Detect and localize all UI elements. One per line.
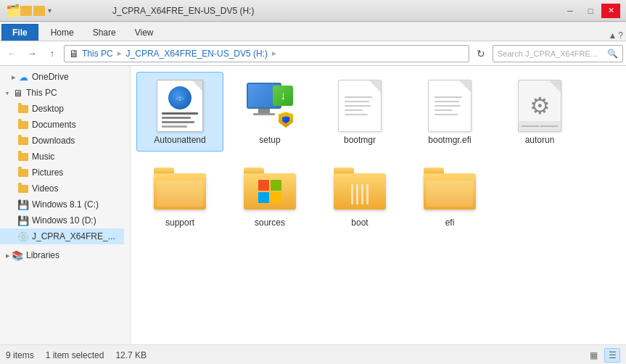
quick-access-new[interactable] [20, 6, 32, 16]
up-button[interactable]: ↑ [44, 45, 61, 62]
boot-line-3 [361, 184, 363, 204]
file-item-bootmgr[interactable]: bootmgr [316, 72, 403, 152]
window-controls: ─ □ ✕ [561, 4, 620, 18]
music-icon [17, 151, 29, 162]
autounattend-corner [192, 80, 202, 91]
sidebar-item-jcpra[interactable]: 💿 J_CPRA_X64FRE_... [0, 228, 124, 244]
sidebar-item-label-jcpra: J_CPRA_X64FRE_... [32, 231, 115, 241]
sources-folder-icon [244, 167, 296, 210]
tab-view[interactable]: View [125, 24, 163, 41]
file-label-bootmgr-efi: bootmgr.efi [428, 135, 471, 146]
sidebar-item-desktop[interactable]: Desktop [0, 101, 124, 117]
globe-icon [168, 86, 191, 109]
title-bar-left: 🗂️ ▾ J_CPRA_X64FRE_EN-US_DV5 (H:) [6, 5, 254, 17]
sidebar-item-label-onedrive: OneDrive [32, 72, 69, 82]
quick-access-icon[interactable]: 🗂️ [6, 5, 17, 17]
boot-line-2 [356, 184, 358, 204]
videos-icon [17, 183, 29, 194]
item-count: 9 items [6, 350, 34, 360]
sidebar-item-windows-c[interactable]: 💾 Windows 8.1 (C:) [0, 197, 124, 212]
autounattend-icon-area [141, 77, 218, 135]
sidebar-content: ☁ OneDrive 🖥 This PC Desktop [0, 66, 130, 266]
file-label-autounattend: Autounattend [154, 135, 205, 146]
autorun-file-icon: ⚙ [518, 80, 561, 132]
file-label-support: support [165, 218, 194, 229]
large-icon-view-btn[interactable]: ▦ [585, 348, 601, 363]
path-separator-1: ► [116, 49, 123, 57]
file-item-bootmgr-efi[interactable]: bootmgr.efi [406, 72, 493, 152]
close-button[interactable]: ✕ [601, 4, 620, 18]
status-bar: 9 items 1 item selected 12.7 KB ▦ ☰ [0, 344, 626, 364]
folder-body-efi [424, 173, 476, 210]
search-box[interactable]: Search J_CPRA_X64FRE_EN-US... 🔍 [493, 45, 623, 62]
bootmgr-file-icon [338, 80, 382, 132]
sidebar-item-label-downloads: Downloads [32, 136, 75, 146]
folder-body [154, 173, 206, 210]
boot-icon-area [321, 160, 398, 218]
onedrive-icon: ☁ [17, 71, 29, 83]
bootmgr-efi-icon-area [411, 77, 488, 135]
setup-icon-area: ↓ [231, 77, 308, 135]
sidebar-item-onedrive[interactable]: ☁ OneDrive [0, 69, 124, 85]
refresh-button[interactable]: ↻ [472, 45, 490, 62]
sidebar-item-pictures[interactable]: Pictures [0, 165, 124, 181]
file-item-sources[interactable]: sources [226, 154, 313, 234]
thispc-expander [3, 88, 12, 97]
sidebar-item-windows-d[interactable]: 💾 Windows 10 (D:) [0, 212, 124, 228]
boot-line-1 [351, 184, 353, 204]
maximize-button[interactable]: □ [581, 4, 600, 18]
file-item-support[interactable]: support [136, 154, 223, 234]
sidebar-item-videos[interactable]: Videos [0, 181, 124, 197]
sidebar-item-libraries[interactable]: 📚 Libraries [0, 247, 124, 263]
minimize-button[interactable]: ─ [561, 4, 580, 18]
back-button[interactable]: ← [3, 45, 20, 62]
sidebar-item-label-thispc: This PC [26, 88, 57, 98]
file-size: 12.7 KB [115, 350, 147, 360]
ribbon-help-btn[interactable]: ? [618, 30, 623, 41]
sidebar-item-music[interactable]: Music [0, 149, 124, 165]
autounattend-file-icon [157, 80, 203, 132]
file-label-boot: boot [351, 218, 368, 229]
detail-view-btn[interactable]: ☰ [604, 348, 620, 363]
quick-access-more[interactable]: ▾ [48, 7, 52, 15]
tab-share[interactable]: Share [83, 24, 125, 41]
file-item-efi[interactable]: efi [406, 154, 493, 234]
ribbon-tabs: File Home Share View ▲ ? [0, 22, 626, 41]
file-label-efi: efi [445, 218, 455, 229]
folder-inner-efi [427, 181, 473, 207]
documents-icon [17, 119, 29, 131]
path-drive: J_CPRA_X64FRE_EN-US_DV5 (H:) [126, 49, 268, 59]
bootmgr-icon-area [321, 77, 398, 135]
sidebar-item-label-pictures: Pictures [32, 167, 63, 178]
main-layout: ☁ OneDrive 🖥 This PC Desktop [0, 66, 626, 344]
sidebar-item-downloads[interactable]: Downloads [0, 133, 124, 149]
libraries-expander [3, 251, 12, 260]
tab-home[interactable]: Home [41, 24, 83, 41]
pictures-icon [17, 167, 29, 178]
address-path[interactable]: 🖥 This PC ► J_CPRA_X64FRE_EN-US_DV5 (H:)… [64, 45, 469, 62]
file-label-sources: sources [255, 218, 285, 229]
support-folder-icon [154, 167, 206, 210]
boot-folder-icon [334, 167, 386, 210]
tab-file[interactable]: File [1, 24, 38, 41]
ribbon-collapse-btn[interactable]: ▲ [608, 30, 617, 41]
sources-icon-area [231, 160, 308, 218]
file-item-boot[interactable]: boot [316, 154, 403, 234]
autounattend-lines [162, 112, 198, 130]
forward-button[interactable]: → [23, 45, 41, 62]
sidebar-item-thispc[interactable]: 🖥 This PC [0, 85, 124, 101]
sidebar-item-label-documents: Documents [32, 120, 76, 130]
sidebar-item-label-videos: Videos [32, 183, 58, 194]
drive-c-icon: 💾 [17, 199, 29, 210]
efi-folder-icon [424, 167, 476, 210]
folder-inner [157, 181, 203, 207]
file-item-setup[interactable]: ↓ setup [226, 72, 313, 152]
doc-lines [345, 96, 375, 118]
path-this-pc: This PC [82, 49, 113, 59]
file-item-autorun[interactable]: ⚙ autorun [496, 72, 583, 152]
quick-access-copy[interactable] [33, 6, 45, 16]
setup-file-icon: ↓ [247, 83, 293, 129]
file-item-autounattend[interactable]: Autounattend [136, 72, 223, 152]
folder-body-boot [334, 173, 386, 210]
sidebar-item-documents[interactable]: Documents [0, 117, 124, 133]
